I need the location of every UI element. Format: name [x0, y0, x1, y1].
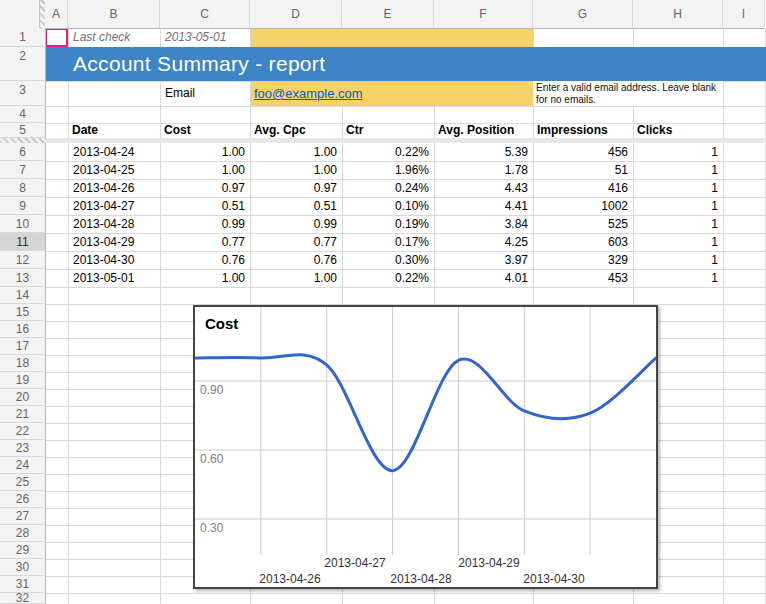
table-cell[interactable]: 1: [633, 179, 723, 197]
table-cell[interactable]: 1002: [533, 197, 633, 215]
table-cell[interactable]: 1: [633, 233, 723, 251]
row-header[interactable]: 1: [0, 28, 46, 47]
row-header[interactable]: 32: [0, 593, 46, 604]
row-header[interactable]: 3: [0, 81, 46, 106]
row-header[interactable]: 26: [0, 491, 46, 508]
table-cell[interactable]: 0.24%: [342, 179, 434, 197]
table-cell[interactable]: 0.10%: [342, 197, 434, 215]
table-cell[interactable]: 2013-04-28: [68, 215, 160, 233]
table-cell[interactable]: 0.22%: [342, 269, 434, 287]
table-cell[interactable]: 1: [633, 251, 723, 269]
table-cell[interactable]: 525: [533, 215, 633, 233]
table-cell[interactable]: 1.00: [160, 143, 250, 161]
row-header[interactable]: 13: [0, 269, 46, 287]
table-cell[interactable]: 0.77: [160, 233, 250, 251]
table-cell[interactable]: 0.30%: [342, 251, 434, 269]
table-cell[interactable]: 1.78: [434, 161, 533, 179]
table-cell[interactable]: 2013-04-25: [68, 161, 160, 179]
table-header-cell[interactable]: Ctr: [342, 123, 434, 138]
table-cell[interactable]: 1: [633, 143, 723, 161]
table-cell[interactable]: 1: [633, 197, 723, 215]
table-cell[interactable]: 603: [533, 233, 633, 251]
row-header[interactable]: 27: [0, 508, 46, 525]
table-cell[interactable]: 0.51: [250, 197, 342, 215]
row-header[interactable]: 8: [0, 179, 46, 197]
row-header[interactable]: 16: [0, 321, 46, 338]
table-cell[interactable]: 3.84: [434, 215, 533, 233]
row-header[interactable]: 20: [0, 389, 46, 406]
row-header[interactable]: 21: [0, 406, 46, 423]
table-cell[interactable]: 1: [633, 215, 723, 233]
table-cell[interactable]: 0.76: [250, 251, 342, 269]
yellow-input-cell[interactable]: [251, 28, 533, 47]
frozen-rows-divider[interactable]: [46, 138, 766, 143]
table-cell[interactable]: 2013-04-30: [68, 251, 160, 269]
row-header[interactable]: 29: [0, 542, 46, 559]
row-header[interactable]: 2: [0, 47, 46, 81]
table-cell[interactable]: 453: [533, 269, 633, 287]
row-header[interactable]: 9: [0, 197, 46, 215]
row-header[interactable]: 12: [0, 251, 46, 269]
table-cell[interactable]: 1.00: [160, 161, 250, 179]
row-header[interactable]: 4: [0, 106, 46, 123]
table-cell[interactable]: 4.43: [434, 179, 533, 197]
table-cell[interactable]: 329: [533, 251, 633, 269]
table-cell[interactable]: 0.19%: [342, 215, 434, 233]
row-header[interactable]: 22: [0, 423, 46, 440]
row-header[interactable]: 14: [0, 287, 46, 304]
column-header[interactable]: E: [342, 0, 434, 29]
table-cell[interactable]: 4.01: [434, 269, 533, 287]
table-cell[interactable]: 0.99: [160, 215, 250, 233]
column-header[interactable]: A: [45, 0, 68, 29]
table-header-cell[interactable]: Avg. Position: [434, 123, 533, 138]
row-header[interactable]: 19: [0, 372, 46, 389]
table-cell[interactable]: 1.00: [250, 143, 342, 161]
table-cell[interactable]: 1: [633, 161, 723, 179]
table-cell[interactable]: 0.99: [250, 215, 342, 233]
column-header[interactable]: F: [434, 0, 533, 29]
table-cell[interactable]: 0.76: [160, 251, 250, 269]
table-cell[interactable]: 456: [533, 143, 633, 161]
table-header-cell[interactable]: Cost: [160, 123, 250, 138]
column-header[interactable]: B: [68, 0, 160, 29]
column-header[interactable]: I: [723, 0, 765, 29]
column-header[interactable]: C: [160, 0, 250, 29]
table-header-cell[interactable]: Clicks: [633, 123, 723, 138]
table-cell[interactable]: 51: [533, 161, 633, 179]
cell-last-check-date[interactable]: 2013-05-01: [160, 28, 250, 47]
row-header[interactable]: 6: [0, 143, 46, 161]
row-header[interactable]: 25: [0, 474, 46, 491]
row-header[interactable]: 10: [0, 215, 46, 233]
table-cell[interactable]: 0.77: [250, 233, 342, 251]
row-header[interactable]: 18: [0, 355, 46, 372]
table-cell[interactable]: 0.17%: [342, 233, 434, 251]
table-header-cell[interactable]: Impressions: [533, 123, 633, 138]
email-note[interactable]: Enter a valid email address. Leave blank…: [533, 81, 723, 106]
table-cell[interactable]: 1: [633, 269, 723, 287]
column-header[interactable]: D: [250, 0, 342, 29]
row-header[interactable]: 30: [0, 559, 46, 576]
table-cell[interactable]: 5.39: [434, 143, 533, 161]
column-header[interactable]: H: [633, 0, 723, 29]
email-link[interactable]: foo@example.com: [251, 81, 533, 106]
frozen-cols-divider[interactable]: [40, 0, 45, 29]
row-header[interactable]: 15: [0, 304, 46, 321]
table-cell[interactable]: 3.97: [434, 251, 533, 269]
table-cell[interactable]: 0.22%: [342, 143, 434, 161]
table-cell[interactable]: 2013-05-01: [68, 269, 160, 287]
table-cell[interactable]: 416: [533, 179, 633, 197]
row-header[interactable]: 11: [0, 233, 46, 251]
row-header[interactable]: 28: [0, 525, 46, 542]
table-cell[interactable]: 4.25: [434, 233, 533, 251]
table-cell[interactable]: 2013-04-24: [68, 143, 160, 161]
cost-chart[interactable]: Cost 0.300.600.902013-04-262013-04-27201…: [193, 305, 658, 589]
cell-email-label[interactable]: Email: [160, 81, 250, 106]
table-cell[interactable]: 1.00: [250, 269, 342, 287]
cell-last-check-label[interactable]: Last check: [68, 28, 160, 47]
table-header-cell[interactable]: Date: [68, 123, 160, 138]
row-header[interactable]: 23: [0, 440, 46, 457]
row-header[interactable]: 17: [0, 338, 46, 355]
row-header[interactable]: 7: [0, 161, 46, 179]
table-cell[interactable]: 1.00: [250, 161, 342, 179]
table-cell[interactable]: 0.51: [160, 197, 250, 215]
